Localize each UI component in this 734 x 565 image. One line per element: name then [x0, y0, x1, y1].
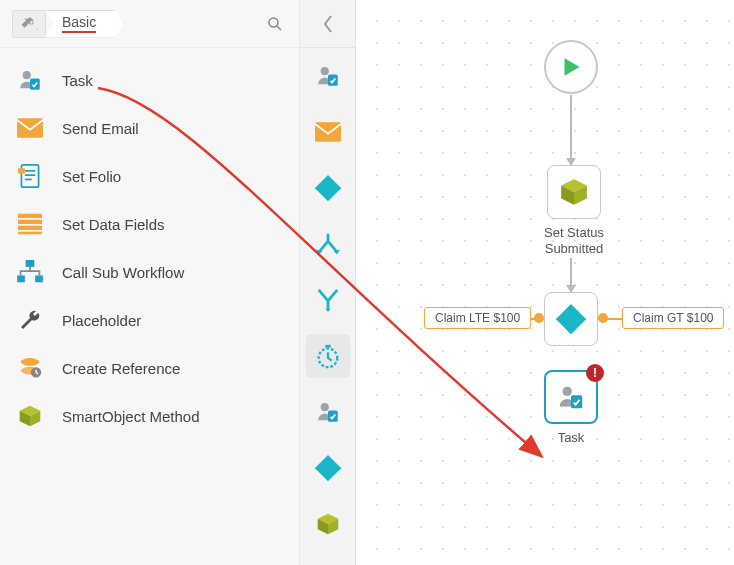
svg-rect-12	[18, 226, 42, 230]
timer-icon	[315, 343, 341, 369]
svg-rect-29	[571, 395, 582, 408]
breadcrumb-current-label: Basic	[62, 14, 96, 33]
sidebar-item-label: Call Sub Workflow	[62, 264, 184, 281]
set-status-node[interactable]: Set Status Submitted	[544, 165, 604, 258]
branch-label: Claim GT $100	[633, 311, 713, 325]
decision-icon	[315, 175, 341, 201]
sidebar-item-set-folio[interactable]: Set Folio	[0, 152, 299, 200]
chevron-left-icon	[321, 14, 335, 34]
sidebar-item-placeholder[interactable]: Placeholder	[0, 296, 299, 344]
svg-point-28	[563, 387, 572, 396]
smartobject-icon	[16, 402, 44, 430]
breadcrumb-root[interactable]	[12, 10, 46, 38]
svg-rect-21	[315, 175, 341, 201]
toolstrip-timer[interactable]	[306, 334, 350, 378]
sidebar-header: Basic	[0, 0, 299, 48]
svg-rect-4	[17, 118, 43, 138]
toolstrip	[300, 0, 356, 565]
svg-rect-13	[18, 232, 42, 235]
svg-point-0	[269, 18, 278, 27]
svg-line-1	[277, 26, 281, 30]
decision-node[interactable]	[544, 292, 598, 346]
folio-icon	[16, 162, 44, 190]
toolstrip-email[interactable]	[306, 110, 350, 154]
sidebar-item-set-data-fields[interactable]: Set Data Fields	[0, 200, 299, 248]
workflow-canvas[interactable]: Set Status Submitted Claim LTE $100 Clai…	[356, 0, 734, 565]
sidebar-item-label: Placeholder	[62, 312, 141, 329]
branch-right-dot	[598, 313, 608, 323]
breadcrumb: Basic	[12, 10, 255, 38]
sidebar-item-task[interactable]: Task	[0, 56, 299, 104]
branch-left-dot	[534, 313, 544, 323]
svg-rect-9	[18, 168, 25, 173]
task-icon	[556, 382, 586, 412]
svg-rect-26	[315, 455, 341, 481]
decision-icon	[556, 304, 586, 334]
split-icon	[315, 232, 341, 256]
svg-rect-25	[328, 410, 338, 421]
toolbox-sidebar: Basic Task Send Email	[0, 0, 300, 565]
collapse-sidebar-button[interactable]	[300, 0, 355, 48]
svg-rect-10	[18, 214, 42, 218]
branch-label: Claim LTE $100	[435, 311, 520, 325]
sidebar-item-label: Task	[62, 72, 93, 89]
search-button[interactable]	[263, 12, 287, 36]
breadcrumb-current[interactable]: Basic	[44, 10, 124, 38]
email-icon	[16, 114, 44, 142]
edge-start-to-setstatus	[570, 95, 572, 165]
edge-setstatus-to-decision	[570, 258, 572, 292]
toolstrip-task[interactable]	[306, 54, 350, 98]
wrench-icon	[16, 306, 44, 334]
sidebar-item-label: Create Reference	[62, 360, 180, 377]
merge-icon	[315, 288, 341, 312]
play-icon	[558, 54, 584, 80]
toolstrip-decision-alt[interactable]	[306, 446, 350, 490]
email-icon	[315, 122, 341, 142]
start-node[interactable]	[544, 40, 598, 94]
svg-rect-14	[26, 260, 35, 267]
tools-icon	[20, 15, 38, 33]
branch-right-pill[interactable]: Claim GT $100	[622, 307, 724, 329]
reference-icon	[16, 354, 44, 382]
toolbox-list: Task Send Email Set Folio Set Data Field…	[0, 48, 299, 448]
svg-point-18	[320, 67, 328, 75]
node-label: Set Status Submitted	[544, 225, 604, 258]
search-icon	[266, 15, 284, 33]
task-node[interactable]: ! Task	[544, 370, 598, 446]
svg-rect-3	[30, 78, 40, 89]
decision-icon	[315, 455, 341, 481]
svg-rect-16	[35, 275, 43, 282]
toolstrip-split[interactable]	[306, 222, 350, 266]
toolstrip-smartobject[interactable]	[306, 502, 350, 546]
toolstrip-decision[interactable]	[306, 166, 350, 210]
svg-point-24	[320, 403, 328, 411]
sidebar-item-send-email[interactable]: Send Email	[0, 104, 299, 152]
svg-point-2	[23, 71, 31, 79]
task-icon	[315, 63, 341, 89]
svg-rect-20	[315, 122, 341, 142]
svg-rect-23	[325, 345, 331, 348]
sidebar-item-label: Send Email	[62, 120, 139, 137]
svg-rect-11	[18, 220, 42, 224]
datafields-icon	[16, 210, 44, 238]
sidebar-item-label: Set Folio	[62, 168, 121, 185]
svg-rect-19	[328, 74, 338, 85]
error-badge: !	[586, 364, 604, 382]
sidebar-item-label: Set Data Fields	[62, 216, 165, 233]
task-icon	[16, 66, 44, 94]
subworkflow-icon	[16, 258, 44, 286]
sidebar-item-label: SmartObject Method	[62, 408, 200, 425]
toolstrip-task-alt[interactable]	[306, 390, 350, 434]
branch-left-pill[interactable]: Claim LTE $100	[424, 307, 531, 329]
sidebar-item-create-reference[interactable]: Create Reference	[0, 344, 299, 392]
task-icon	[315, 399, 341, 425]
sidebar-item-smartobject-method[interactable]: SmartObject Method	[0, 392, 299, 440]
toolstrip-merge[interactable]	[306, 278, 350, 322]
smartobject-icon	[559, 177, 589, 207]
svg-rect-15	[17, 275, 25, 282]
node-label: Task	[558, 430, 585, 446]
sidebar-item-call-sub-workflow[interactable]: Call Sub Workflow	[0, 248, 299, 296]
svg-rect-27	[556, 304, 586, 334]
smartobject-icon	[316, 512, 340, 536]
